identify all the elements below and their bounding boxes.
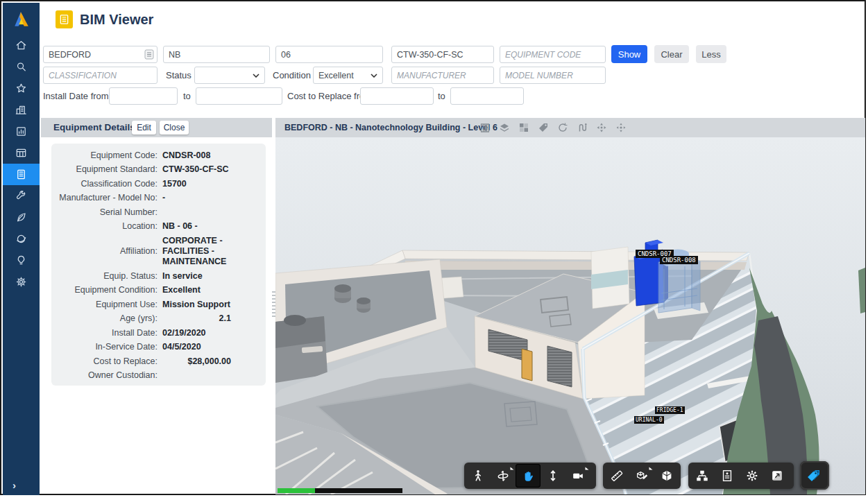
move-icon[interactable] xyxy=(596,122,607,133)
pipe-icon[interactable] xyxy=(577,122,588,133)
site-picker-icon[interactable] xyxy=(144,49,154,62)
cube-tool-button[interactable] xyxy=(654,464,679,488)
table-icon xyxy=(15,146,28,160)
tag-icon[interactable] xyxy=(538,122,549,133)
edit-button[interactable]: Edit xyxy=(132,121,156,135)
sidebar-item-space[interactable] xyxy=(3,228,40,250)
fullscreen-button[interactable] xyxy=(765,464,790,488)
cost-to-input[interactable] xyxy=(450,87,524,105)
install-date-to-input[interactable] xyxy=(196,87,282,105)
detail-value: - xyxy=(162,193,165,203)
clear-button[interactable]: Clear xyxy=(654,45,689,63)
properties-panel-button[interactable] xyxy=(715,464,740,488)
detail-label: Location: xyxy=(51,221,162,232)
detail-label: Equip. Status: xyxy=(51,271,162,282)
detail-label: Owner Custodian: xyxy=(51,370,162,381)
install-date-from-input[interactable] xyxy=(109,87,178,105)
condition-select[interactable]: Excellent xyxy=(313,67,383,84)
detail-row: Serial Number: xyxy=(51,205,266,220)
load-progress-bar xyxy=(278,488,402,493)
sidebar-item-energy[interactable] xyxy=(3,250,40,271)
equipment-label-urinal[interactable]: URINAL-0 xyxy=(634,416,664,424)
home-icon xyxy=(15,39,28,52)
close-button[interactable]: Close xyxy=(160,121,189,135)
site-input[interactable] xyxy=(43,46,158,63)
equipment-code-input[interactable] xyxy=(500,46,606,63)
equipment-label-fridge[interactable]: FRIDGE-1 xyxy=(655,406,685,414)
camera-tool-button[interactable] xyxy=(565,464,590,488)
detail-value: 15700 xyxy=(162,179,187,189)
sidebar-item-tools[interactable] xyxy=(3,185,40,207)
status-select[interactable] xyxy=(194,67,265,84)
sidebar-item-reports[interactable] xyxy=(3,121,40,142)
elevate-tool-button[interactable] xyxy=(541,464,565,488)
detail-label: In-Service Date: xyxy=(51,342,162,352)
sidebar-item-bim-viewer[interactable] xyxy=(3,164,40,185)
condition-select-value: Excellent xyxy=(318,71,354,80)
model-tree-button[interactable] xyxy=(690,464,715,488)
sidebar-item-table[interactable] xyxy=(3,142,40,164)
floor-input[interactable] xyxy=(275,46,383,63)
manufacturer-input[interactable] xyxy=(391,67,494,84)
wrench-icon xyxy=(15,189,28,202)
logo-icon xyxy=(12,10,31,28)
detail-row: Age (yrs):2.1 xyxy=(51,312,266,327)
classification-input[interactable] xyxy=(43,67,158,84)
sidebar-item-favorites[interactable] xyxy=(3,78,40,99)
sidebar-item-settings[interactable] xyxy=(3,271,40,293)
orbit-refresh-icon[interactable] xyxy=(557,122,568,133)
bim-viewer-icon xyxy=(15,168,28,181)
gear-icon xyxy=(15,275,28,288)
cost-from-input[interactable] xyxy=(360,87,434,105)
detail-label: Equipment Condition: xyxy=(51,285,162,295)
show-button[interactable]: Show xyxy=(611,45,647,63)
sidebar-item-sustainability[interactable] xyxy=(3,207,40,228)
measure-tool-button[interactable] xyxy=(604,464,629,488)
tags-toggle-button[interactable] xyxy=(800,461,829,490)
detail-label: Equipment Standard: xyxy=(51,164,162,175)
detail-value: 02/19/2020 xyxy=(162,328,206,338)
viewports-icon[interactable] xyxy=(518,122,529,133)
building-icon[interactable] xyxy=(479,122,491,133)
detail-label: Age (yrs): xyxy=(51,313,162,324)
sidebar-item-search[interactable] xyxy=(3,56,40,78)
equipment-standard-input[interactable] xyxy=(391,46,494,63)
model-number-input[interactable] xyxy=(500,67,606,84)
report-icon xyxy=(15,125,28,138)
model-edit-tool-button[interactable] xyxy=(629,464,654,488)
sidebar: › xyxy=(3,3,40,495)
cost-to-label: to xyxy=(438,87,445,105)
detail-label: Equipment Code: xyxy=(51,150,162,161)
pan-hand-tool-button[interactable] xyxy=(516,464,541,488)
detail-row: Classification Code:15700 xyxy=(51,177,266,191)
toolbar-panels-group xyxy=(688,463,794,489)
viewer-title: BEDFORD - NB - Nanotechnology Building -… xyxy=(284,118,497,137)
equipment-details-card: Equipment Code:CNDSR-008Equipment Standa… xyxy=(51,144,266,386)
walk-tool-button[interactable] xyxy=(466,464,491,488)
app-logo[interactable] xyxy=(3,3,40,35)
detail-label: Cost to Replace: xyxy=(51,356,162,367)
app-window: › BIM Viewer Show Clear Less Status Cond… xyxy=(0,0,866,495)
sidebar-item-home[interactable] xyxy=(3,35,40,56)
detail-value: NB - 06 - xyxy=(162,221,198,232)
lightbulb-icon xyxy=(15,254,28,267)
orbit-tool-button[interactable] xyxy=(491,464,516,488)
settings-button[interactable] xyxy=(740,464,765,488)
3d-viewport[interactable]: CNDSR-007 CNDSR-008 FRIDGE-1 URINAL-0 xyxy=(275,137,865,494)
globe-icon xyxy=(15,232,28,245)
condition-label: Condition xyxy=(273,67,311,84)
detail-label: Manufacturer - Model No: xyxy=(51,193,162,203)
detail-row: Install Date:02/19/2020 xyxy=(51,326,266,340)
equipment-details-header: Equipment Details Edit Close xyxy=(41,118,272,137)
building-input[interactable] xyxy=(163,46,270,63)
install-date-to-label: to xyxy=(183,87,191,105)
detail-value: Mission Support xyxy=(162,300,230,310)
less-button[interactable]: Less xyxy=(696,45,726,63)
layers-icon[interactable] xyxy=(499,122,510,133)
sidebar-item-buildings[interactable] xyxy=(3,99,40,121)
equipment-label-cndsr-008[interactable]: CNDSR-008 xyxy=(660,256,698,264)
detail-value: 2.1 xyxy=(162,313,231,324)
sidebar-expand-chevron[interactable]: › xyxy=(12,479,16,491)
status-label: Status xyxy=(166,67,192,84)
pan-icon[interactable] xyxy=(615,122,627,133)
